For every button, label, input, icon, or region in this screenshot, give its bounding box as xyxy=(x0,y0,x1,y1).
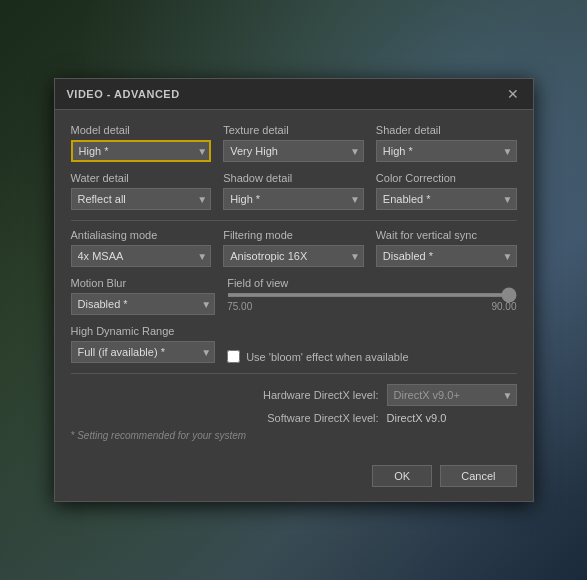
filtering-select-wrap: Anisotropic 16X Bilinear Trilinear ▼ xyxy=(223,245,364,267)
motion-blur-group: Motion Blur Disabled * Enabled ▼ xyxy=(71,277,216,315)
model-detail-group: Model detail High * Very High Ultra ▼ xyxy=(71,124,212,162)
fov-max-label: 90.00 xyxy=(491,301,516,312)
fov-min-label: 75.00 xyxy=(227,301,252,312)
hdr-select-wrap: Full (if available) * Off Partial ▼ xyxy=(71,341,216,363)
filtering-label: Filtering mode xyxy=(223,229,364,241)
antialiasing-select-wrap: 4x MSAA None 2x MSAA 8x MSAA ▼ xyxy=(71,245,212,267)
dialog-body: Model detail High * Very High Ultra ▼ Te… xyxy=(55,110,533,455)
cancel-button[interactable]: Cancel xyxy=(440,465,516,487)
hardware-directx-label: Hardware DirectX level: xyxy=(263,389,379,401)
shader-detail-select[interactable]: High * Very High xyxy=(376,140,517,162)
shader-detail-label: Shader detail xyxy=(376,124,517,136)
antialiasing-label: Antialiasing mode xyxy=(71,229,212,241)
software-directx-value: DirectX v9.0 xyxy=(387,412,517,424)
water-detail-select[interactable]: Reflect all Reflect world xyxy=(71,188,212,210)
texture-detail-label: Texture detail xyxy=(223,124,364,136)
fov-group: Field of view 75.00 90.00 xyxy=(227,277,516,315)
shadow-detail-select[interactable]: High * Very High xyxy=(223,188,364,210)
filtering-select[interactable]: Anisotropic 16X Bilinear Trilinear xyxy=(223,245,364,267)
hdr-label: High Dynamic Range xyxy=(71,325,216,337)
fov-slider-labels: 75.00 90.00 xyxy=(227,301,516,312)
color-correction-group: Color Correction Enabled * Disabled ▼ xyxy=(376,172,517,210)
color-correction-label: Color Correction xyxy=(376,172,517,184)
bloom-checkbox-row: Use 'bloom' effect when available xyxy=(227,350,516,363)
row-2: Water detail Reflect all Reflect world ▼… xyxy=(71,172,517,210)
software-directx-label: Software DirectX level: xyxy=(267,412,378,424)
model-detail-select-wrap: High * Very High Ultra ▼ xyxy=(71,140,212,162)
motion-blur-select[interactable]: Disabled * Enabled xyxy=(71,293,216,315)
motion-blur-select-wrap: Disabled * Enabled ▼ xyxy=(71,293,216,315)
texture-detail-select[interactable]: Very High Ultra xyxy=(223,140,364,162)
shader-detail-select-wrap: High * Very High ▼ xyxy=(376,140,517,162)
shadow-detail-label: Shadow detail xyxy=(223,172,364,184)
hardware-directx-row: Hardware DirectX level: DirectX v9.0+ Di… xyxy=(71,384,517,406)
vsync-select-wrap: Disabled * Enabled ▼ xyxy=(376,245,517,267)
bloom-group: Use 'bloom' effect when available xyxy=(227,325,516,363)
dialog-header: VIDEO - ADVANCED ✕ xyxy=(55,79,533,110)
color-correction-select-wrap: Enabled * Disabled ▼ xyxy=(376,188,517,210)
antialiasing-group: Antialiasing mode 4x MSAA None 2x MSAA 8… xyxy=(71,229,212,267)
water-detail-label: Water detail xyxy=(71,172,212,184)
separator-2 xyxy=(71,373,517,374)
texture-detail-group: Texture detail Very High Ultra ▼ xyxy=(223,124,364,162)
dialog-footer: OK Cancel xyxy=(55,455,533,501)
vsync-group: Wait for vertical sync Disabled * Enable… xyxy=(376,229,517,267)
fov-slider-container: 75.00 90.00 xyxy=(227,293,516,312)
close-button[interactable]: ✕ xyxy=(505,87,521,101)
antialiasing-select[interactable]: 4x MSAA None 2x MSAA 8x MSAA xyxy=(71,245,212,267)
dialog-title: VIDEO - ADVANCED xyxy=(67,88,180,100)
shadow-detail-group: Shadow detail High * Very High ▼ xyxy=(223,172,364,210)
row-5: High Dynamic Range Full (if available) *… xyxy=(71,325,517,363)
row-4: Motion Blur Disabled * Enabled ▼ Field o… xyxy=(71,277,517,315)
shader-detail-group: Shader detail High * Very High ▼ xyxy=(376,124,517,162)
hdr-group: High Dynamic Range Full (if available) *… xyxy=(71,325,216,363)
video-advanced-dialog: VIDEO - ADVANCED ✕ Model detail High * V… xyxy=(54,78,534,502)
hardware-directx-select-wrap: DirectX v9.0+ DirectX v8.0 DirectX v8.1 … xyxy=(387,384,517,406)
software-directx-row: Software DirectX level: DirectX v9.0 xyxy=(71,412,517,424)
bloom-label: Use 'bloom' effect when available xyxy=(246,351,408,363)
color-correction-select[interactable]: Enabled * Disabled xyxy=(376,188,517,210)
hardware-directx-select[interactable]: DirectX v9.0+ DirectX v8.0 DirectX v8.1 xyxy=(387,384,517,406)
fov-slider[interactable] xyxy=(227,293,516,297)
water-detail-group: Water detail Reflect all Reflect world ▼ xyxy=(71,172,212,210)
model-detail-label: Model detail xyxy=(71,124,212,136)
filtering-group: Filtering mode Anisotropic 16X Bilinear … xyxy=(223,229,364,267)
separator-1 xyxy=(71,220,517,221)
model-detail-select[interactable]: High * Very High Ultra xyxy=(71,140,212,162)
water-detail-select-wrap: Reflect all Reflect world ▼ xyxy=(71,188,212,210)
footnote: * Setting recommended for your system xyxy=(71,430,517,441)
ok-button[interactable]: OK xyxy=(372,465,432,487)
fov-slider-wrap xyxy=(227,293,516,297)
row-1: Model detail High * Very High Ultra ▼ Te… xyxy=(71,124,517,162)
row-3: Antialiasing mode 4x MSAA None 2x MSAA 8… xyxy=(71,229,517,267)
hdr-select[interactable]: Full (if available) * Off Partial xyxy=(71,341,216,363)
vsync-label: Wait for vertical sync xyxy=(376,229,517,241)
bloom-checkbox[interactable] xyxy=(227,350,240,363)
vsync-select[interactable]: Disabled * Enabled xyxy=(376,245,517,267)
texture-detail-select-wrap: Very High Ultra ▼ xyxy=(223,140,364,162)
shadow-detail-select-wrap: High * Very High ▼ xyxy=(223,188,364,210)
motion-blur-label: Motion Blur xyxy=(71,277,216,289)
